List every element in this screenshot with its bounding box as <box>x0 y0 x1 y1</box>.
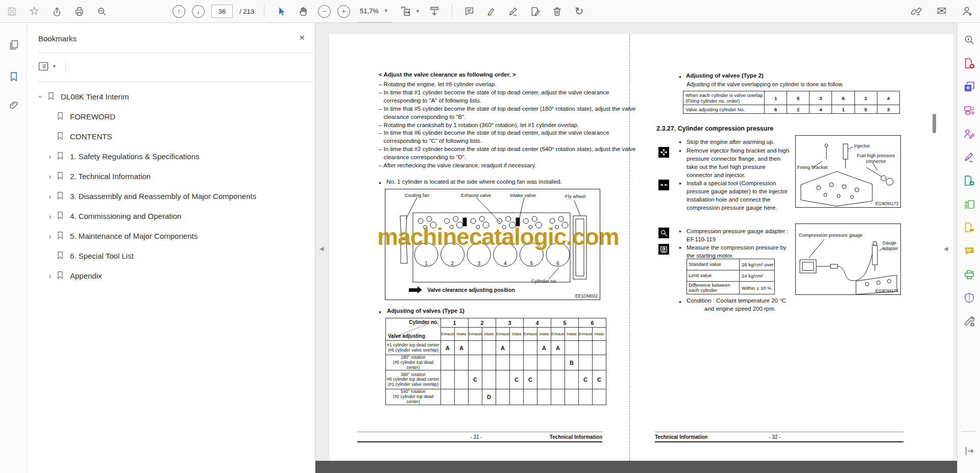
zoom-in-icon[interactable]: + <box>337 5 350 18</box>
figure-caption: Valve clearance adjusting position <box>427 287 515 293</box>
expand-right-panel-icon[interactable]: ◀ <box>944 245 948 252</box>
chevron-collapsed-icon[interactable]: › <box>44 232 56 240</box>
bookmark-options-icon[interactable]: ▼ <box>37 60 57 72</box>
zoom-out-icon[interactable]: − <box>318 5 331 18</box>
bookmark-item-label: 1. Safety Regulations & Specifications <box>70 152 199 161</box>
email-icon[interactable]: ✉ <box>934 4 949 19</box>
fill-sign-icon[interactable] <box>528 4 543 19</box>
cylinder-header: 1 <box>441 318 469 328</box>
save-icon[interactable] <box>4 4 19 19</box>
sign-icon[interactable] <box>506 4 521 19</box>
chevron-collapsed-icon[interactable]: › <box>44 172 56 181</box>
page-number-input[interactable]: 36 <box>211 5 233 18</box>
share-icon[interactable] <box>49 4 64 19</box>
fill-and-sign-icon[interactable] <box>962 150 976 164</box>
corner-top-label: Cylinder no. <box>409 319 438 325</box>
chevron-expanded-icon[interactable]: › <box>37 91 45 103</box>
bookmark-item[interactable]: ›2. Technical Information <box>27 166 315 186</box>
left-panel-rail <box>0 23 27 473</box>
chevron-collapsed-icon[interactable]: › <box>44 152 56 161</box>
page-number-right: - 32 - <box>760 434 790 440</box>
close-icon[interactable]: × <box>299 32 305 43</box>
bookmark-item[interactable]: ›5. Maintenance of Major Components <box>27 226 315 246</box>
bookmark-item[interactable]: ›DL08K Tier4 Interim <box>27 87 315 107</box>
export-pdf-icon[interactable] <box>962 173 976 187</box>
rotate-icon[interactable]: ↻ <box>572 4 587 19</box>
create-pdf-icon[interactable] <box>962 56 976 70</box>
bookmark-item[interactable]: CONTENTS <box>27 127 315 146</box>
fixing-bracket-label: Fixing bracket <box>797 164 827 170</box>
comment-tool-icon[interactable] <box>962 244 976 258</box>
type1-table-title: Adjusting of valves (Type 1) <box>387 308 464 314</box>
bookmark-icon <box>56 131 66 142</box>
bookmark-item[interactable]: ›Appendix <box>27 266 315 286</box>
valve-order-heading: < Adjust the valve clearance as followin… <box>379 71 516 78</box>
chevron-collapsed-icon[interactable]: › <box>44 212 56 220</box>
section-heading: 2.3.27. Cylinder compression pressure <box>656 125 773 132</box>
fuel-connector-label: Fuel high pressure <box>853 153 899 158</box>
vertical-scrollbar[interactable] <box>933 114 936 133</box>
chevron-collapsed-icon[interactable]: › <box>44 271 56 280</box>
edit-pdf-icon[interactable] <box>962 197 976 211</box>
adjust-mark-cell <box>455 370 469 389</box>
bookmarks-icon[interactable] <box>7 70 20 83</box>
attachments-icon[interactable] <box>7 98 20 112</box>
firing-order-cell: 2 <box>854 91 877 105</box>
bookmark-item[interactable]: ›4. Commissioning and Operation <box>27 206 315 226</box>
delete-icon[interactable] <box>550 4 565 19</box>
adjust-mark-cell <box>496 389 510 405</box>
bookmark-item[interactable]: ›1. Safety Regulations & Specifications <box>27 146 315 166</box>
adjust-mark-cell: A <box>455 341 469 355</box>
search-tools-icon[interactable] <box>962 33 976 46</box>
adjust-mark-cell: A <box>551 341 565 355</box>
expand-pane-icon[interactable] <box>962 444 976 458</box>
adjust-mark-cell <box>496 355 510 370</box>
more-tools-icon[interactable] <box>962 314 976 328</box>
chevron-down-icon[interactable]: ▼ <box>415 9 420 14</box>
request-signatures-icon[interactable] <box>962 127 976 140</box>
row-label: When each cylinder is valve overlap(Firi… <box>683 91 765 105</box>
compression-pressure-table: Standard value28 kg/cm² overLimit value2… <box>687 259 775 294</box>
bookmark-item[interactable]: FOREWORD <box>27 107 315 127</box>
account-icon[interactable] <box>960 4 975 19</box>
gauge-adapter-label-2: adapter <box>883 246 898 251</box>
footer-rule-thick <box>357 441 602 442</box>
share-link-icon[interactable] <box>909 4 924 19</box>
bookmark-item[interactable]: ›3. Disassembly and Reassembly of Major … <box>27 186 315 206</box>
cylinder-header: 5 <box>551 318 579 328</box>
page-up-icon[interactable]: ↑ <box>173 5 185 18</box>
hand-tool-icon[interactable] <box>296 4 311 19</box>
adjust-mark-cell: B <box>565 355 579 370</box>
valve-order-line: clearance corresponding to "B". <box>379 113 635 121</box>
zoom-level-select[interactable]: 51,7% ▼ <box>357 0 391 23</box>
cylinder-number: 4 <box>504 261 507 266</box>
page-thumbnails-icon[interactable] <box>7 38 20 52</box>
type2-title: Adjusting of valves (Type 2) <box>686 72 764 79</box>
select-tool-icon[interactable] <box>274 4 289 19</box>
divider <box>65 59 66 77</box>
combine-files-icon[interactable] <box>962 80 976 93</box>
firing-order-cell: 5 <box>787 91 810 105</box>
highlight-icon[interactable] <box>484 4 499 19</box>
adjust-mark-cell <box>455 389 469 405</box>
send-for-comments-icon[interactable] <box>962 220 976 234</box>
page-down-icon[interactable]: ↓ <box>192 5 205 18</box>
scroll-mode-icon[interactable] <box>427 4 442 19</box>
adjust-mark-cell <box>593 341 606 355</box>
fit-width-icon[interactable] <box>398 4 413 19</box>
valve-subheader: Exhaust <box>441 328 455 341</box>
star-icon[interactable]: ☆ <box>27 4 42 19</box>
protect-icon[interactable] <box>962 291 976 305</box>
divider <box>38 53 315 53</box>
collapse-left-panel-icon[interactable]: ◀ <box>320 245 324 252</box>
comment-icon[interactable] <box>462 4 477 19</box>
bookmark-item[interactable]: 6. Special Tool List <box>27 246 315 266</box>
print-icon[interactable] <box>71 4 87 19</box>
condition-line-2: and engine speed 200 rpm. <box>704 306 776 312</box>
adjust-mark-cell <box>593 355 606 370</box>
chevron-collapsed-icon[interactable]: › <box>44 192 56 201</box>
bookmark-item-label: FOREWORD <box>70 112 115 121</box>
scan-ocr-icon[interactable] <box>962 267 976 281</box>
organize-pages-icon[interactable] <box>962 103 976 117</box>
search-icon[interactable] <box>94 4 109 19</box>
